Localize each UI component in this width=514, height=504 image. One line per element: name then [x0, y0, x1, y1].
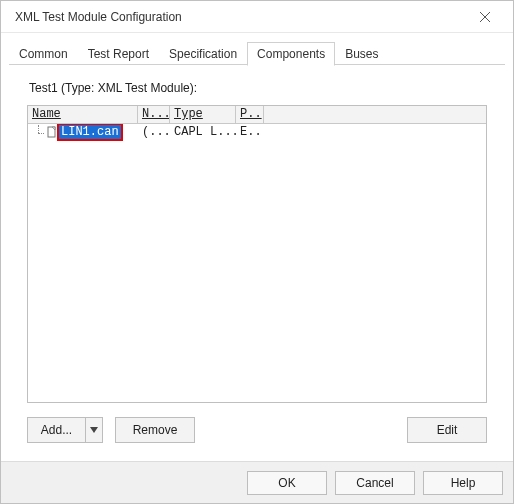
bottom-button-bar: OK Cancel Help [1, 461, 513, 503]
tab-components[interactable]: Components [247, 42, 335, 66]
window-title: XML Test Module Configuration [15, 10, 182, 24]
action-row: Add... Remove Edit [19, 403, 495, 453]
tab-bar: Common Test Report Specification Compone… [1, 33, 513, 65]
selected-item-highlight: LIN1.can [57, 124, 123, 141]
module-type-label: Test1 (Type: XML Test Module): [19, 77, 495, 105]
grid-header: Name N... Type P.. [28, 106, 486, 124]
component-filename[interactable]: LIN1.can [59, 125, 121, 139]
tab-buses[interactable]: Buses [335, 42, 388, 65]
ok-button[interactable]: OK [247, 471, 327, 495]
tab-specification[interactable]: Specification [159, 42, 247, 65]
dialog-window: XML Test Module Configuration Common Tes… [0, 0, 514, 504]
column-header-n[interactable]: N... [138, 106, 170, 124]
remove-button[interactable]: Remove [115, 417, 195, 443]
spacer [207, 417, 395, 443]
cell-type: CAPL L... [170, 125, 236, 139]
column-header-name[interactable]: Name [28, 106, 138, 124]
tab-common[interactable]: Common [9, 42, 78, 65]
cancel-button[interactable]: Cancel [335, 471, 415, 495]
table-row[interactable]: LIN1.can (... CAPL L... E.. [28, 124, 486, 140]
tab-test-report[interactable]: Test Report [78, 42, 159, 65]
column-header-rest [264, 106, 486, 124]
grid-body[interactable]: LIN1.can (... CAPL L... E.. [28, 124, 486, 402]
tree-connector-icon [34, 125, 44, 139]
add-dropdown-button[interactable] [85, 417, 103, 443]
add-button[interactable]: Add... [27, 417, 85, 443]
column-header-type[interactable]: Type [170, 106, 236, 124]
tab-content: Test1 (Type: XML Test Module): Name N...… [1, 65, 513, 461]
close-button[interactable] [467, 3, 503, 31]
close-icon [480, 12, 490, 22]
cell-p: E.. [236, 125, 264, 139]
edit-button[interactable]: Edit [407, 417, 487, 443]
components-grid: Name N... Type P.. [27, 105, 487, 403]
cell-n: (... [138, 125, 170, 139]
titlebar: XML Test Module Configuration [1, 1, 513, 33]
tree-cell: LIN1.can [28, 124, 138, 141]
add-split-button: Add... [27, 417, 103, 443]
column-header-p[interactable]: P.. [236, 106, 264, 124]
chevron-down-icon [90, 427, 98, 433]
help-button[interactable]: Help [423, 471, 503, 495]
